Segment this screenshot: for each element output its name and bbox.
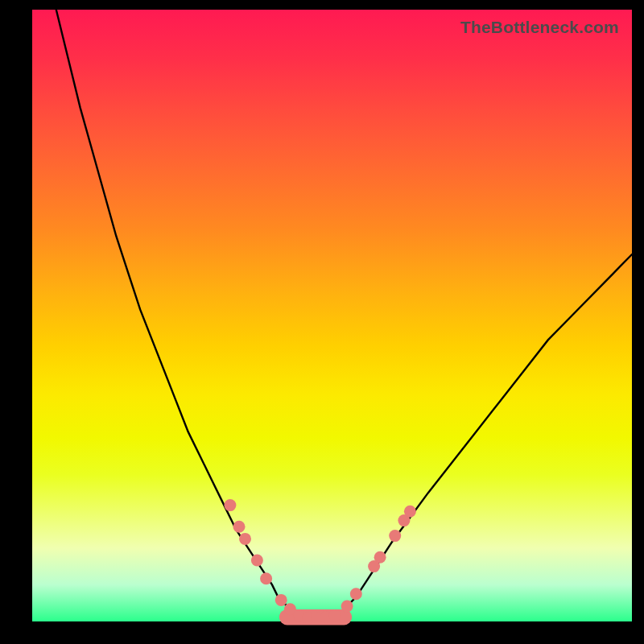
- marker-dot: [389, 530, 401, 542]
- left-curve-path: [56, 10, 296, 615]
- chart-plot-area: TheBottleneck.com: [32, 10, 632, 621]
- marker-dot: [251, 555, 263, 567]
- marker-dot: [275, 594, 287, 606]
- chart-frame: TheBottleneck.com: [0, 0, 644, 644]
- marker-dot: [341, 601, 353, 613]
- marker-dot: [233, 521, 246, 533]
- marker-dot: [350, 588, 362, 600]
- marker-dot: [374, 551, 386, 564]
- marker-dot: [260, 572, 272, 584]
- chart-svg: [32, 10, 632, 621]
- marker-dot: [404, 506, 416, 518]
- marker-dots: [224, 499, 416, 624]
- curve-group: [56, 10, 632, 618]
- marker-dot: [224, 499, 236, 511]
- marker-dot: [329, 609, 341, 621]
- marker-dot: [239, 533, 251, 545]
